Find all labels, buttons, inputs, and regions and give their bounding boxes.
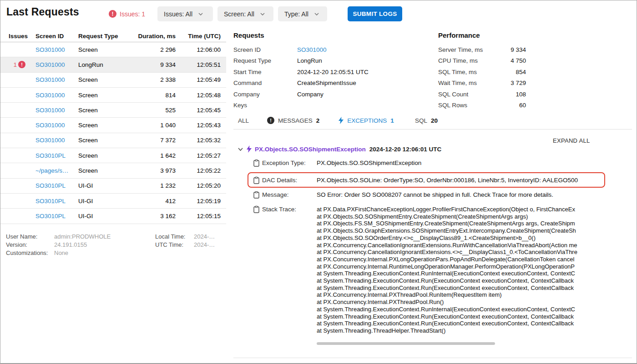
chevron-down-icon bbox=[260, 13, 265, 15]
detail-tabs: ALL ! MESSAGES 2 EXCEPTIONS 1 SQL 20 bbox=[238, 117, 438, 124]
requests-table: Issues Screen ID Request Type Duration, … bbox=[0, 30, 226, 224]
time-cell: 12:05:49 bbox=[176, 76, 221, 83]
request-type-cell: Screen bbox=[78, 107, 124, 114]
submit-logs-button[interactable]: SUBMIT LOGS bbox=[348, 6, 402, 21]
expand-all-link[interactable]: EXPAND ALL bbox=[553, 137, 590, 144]
screen-id-link[interactable]: SO301000 bbox=[35, 46, 65, 53]
stack-trace-row: Stack Trace: bbox=[253, 206, 317, 213]
tab-all[interactable]: ALL bbox=[238, 117, 249, 124]
table-row[interactable]: SO3010PL UI-GI 412 12:05:19 bbox=[0, 194, 226, 209]
screen-filter-dropdown[interactable]: Screen: All bbox=[217, 6, 273, 21]
issues-filter-dropdown[interactable]: Issues: All bbox=[157, 6, 213, 21]
tabs-divider bbox=[233, 129, 632, 130]
tab-sql[interactable]: SQL 20 bbox=[415, 117, 438, 124]
copy-icon[interactable] bbox=[253, 191, 259, 199]
version-row: Version:24.191.0155 bbox=[6, 241, 111, 249]
time-cell: 12:05:22 bbox=[176, 167, 221, 174]
screen-id-link[interactable]: SO3010PL bbox=[35, 182, 66, 189]
screen-id-link[interactable]: SO3010PL bbox=[35, 213, 66, 219]
screen-id-link[interactable]: SO301000 bbox=[35, 76, 65, 83]
duration-cell: 3 162 bbox=[124, 213, 176, 219]
tab-exceptions[interactable]: EXCEPTIONS 1 bbox=[339, 117, 394, 124]
table-row-selected[interactable]: 1 ! SO301000 LongRun 9 334 12:05:51 bbox=[0, 57, 226, 72]
table-row[interactable]: SO301000 Screen 1 040 12:05:43 bbox=[0, 118, 226, 133]
request-type-cell: UI-GI bbox=[78, 213, 124, 219]
time-cell: 12:05:51 bbox=[176, 61, 221, 68]
time-cell: 12:05:43 bbox=[176, 122, 221, 129]
tab-messages[interactable]: ! MESSAGES 2 bbox=[267, 117, 319, 124]
local-time-row: Local Time:2024-… bbox=[155, 233, 215, 241]
time-cell: 12:05:48 bbox=[176, 92, 221, 99]
messages-count: 2 bbox=[316, 117, 320, 124]
issues-badge-label: Issues: 1 bbox=[120, 10, 145, 18]
chevron-down-icon[interactable] bbox=[238, 148, 243, 151]
type-filter-label: Type: All bbox=[284, 10, 308, 18]
screen-id-link[interactable]: SO301000 bbox=[35, 61, 65, 68]
table-header-row: Issues Screen ID Request Type Duration, … bbox=[0, 30, 226, 42]
table-row[interactable]: SO301000 Screen 525 12:05:45 bbox=[0, 103, 226, 118]
col-header-screen-id: Screen ID bbox=[35, 33, 78, 40]
time-cell: 12:05:20 bbox=[176, 182, 221, 189]
screen-id-link[interactable]: SO301000 bbox=[35, 92, 65, 99]
request-type-cell: Screen bbox=[78, 167, 124, 174]
alert-icon: ! bbox=[109, 10, 116, 18]
time-cell: 12:06:00 bbox=[176, 46, 221, 53]
type-filter-dropdown[interactable]: Type: All bbox=[278, 6, 327, 21]
table-row[interactable]: ~/pages/s… Screen 3 973 12:05:22 bbox=[0, 163, 226, 178]
screen-id-link[interactable]: SO3010PL bbox=[35, 152, 66, 159]
table-row[interactable]: SO3010PL Screen 1 642 12:05:27 bbox=[0, 148, 226, 163]
time-cell: 12:05:19 bbox=[176, 198, 221, 204]
request-type-cell: Screen bbox=[78, 46, 124, 53]
col-header-request-type: Request Type bbox=[78, 33, 124, 40]
dac-details-row: DAC Details: PX.Objects.SO.SOLine: Order… bbox=[253, 177, 578, 184]
time-cell: 12:05:45 bbox=[176, 107, 221, 114]
copy-icon[interactable] bbox=[253, 206, 259, 213]
alert-icon: ! bbox=[18, 61, 25, 68]
request-type-cell: Screen bbox=[78, 76, 124, 83]
duration-cell: 7 372 bbox=[124, 137, 176, 144]
table-row[interactable]: SO301000 Screen 814 12:05:48 bbox=[0, 88, 226, 103]
table-row[interactable]: SO301000 Screen 2 296 12:06:00 bbox=[0, 42, 226, 57]
duration-cell: 1 232 bbox=[124, 182, 176, 189]
exception-name: PX.Objects.SO.SOShipmentException bbox=[255, 146, 366, 153]
duration-cell: 9 334 bbox=[124, 61, 176, 68]
screen-id-link[interactable]: SO301000 bbox=[35, 122, 65, 129]
duration-cell: 1 642 bbox=[124, 152, 176, 159]
requests-heading: Requests bbox=[233, 31, 264, 39]
screen-id-link[interactable]: SO301000 bbox=[35, 107, 65, 114]
horizontal-scrollbar[interactable] bbox=[317, 342, 495, 345]
bolt-icon bbox=[247, 145, 252, 153]
copy-icon[interactable] bbox=[253, 160, 259, 167]
exception-header[interactable]: PX.Objects.SO.SOShipmentException 2024-1… bbox=[238, 145, 441, 153]
request-type-cell: Screen bbox=[78, 122, 124, 129]
last-requests-window: Last Requests ! Issues: 1 Issues: All Sc… bbox=[0, 0, 637, 364]
message-row: Message: SO Error: Order SO SO008207 can… bbox=[253, 191, 553, 199]
exceptions-count: 1 bbox=[390, 117, 394, 124]
time-cell: 12:05:15 bbox=[176, 213, 221, 219]
table-row[interactable]: SO3010PL UI-GI 1 232 12:05:20 bbox=[0, 179, 226, 194]
screen-filter-label: Screen: All bbox=[224, 10, 254, 18]
duration-cell: 2 338 bbox=[124, 76, 176, 83]
time-cell: 12:05:32 bbox=[176, 137, 221, 144]
col-header-duration: Duration, ms bbox=[124, 33, 176, 40]
request-type-cell: UI-GI bbox=[78, 182, 124, 189]
issues-badge: ! Issues: 1 bbox=[109, 10, 145, 18]
screen-id-link[interactable]: SO301000 bbox=[35, 137, 65, 144]
table-row[interactable]: SO301000 Screen 2 338 12:05:49 bbox=[0, 73, 226, 88]
duration-cell: 2 296 bbox=[124, 46, 176, 53]
duration-cell: 525 bbox=[124, 107, 176, 114]
chevron-down-icon bbox=[314, 13, 319, 15]
request-type-cell: Screen bbox=[78, 92, 124, 99]
user-name-row: User Name:admin:PRODWHOLE bbox=[6, 233, 111, 241]
screen-id-link[interactable]: SO3010PL bbox=[35, 198, 66, 204]
exception-type-row: Exception Type: PX.Objects.SO.SOShipment… bbox=[253, 160, 421, 167]
chevron-down-icon bbox=[198, 13, 203, 15]
table-row[interactable]: SO301000 Screen 7 372 12:05:32 bbox=[0, 133, 226, 148]
page-title: Last Requests bbox=[6, 6, 79, 18]
request-type-cell: UI-GI bbox=[78, 198, 124, 204]
copy-icon[interactable] bbox=[253, 177, 259, 184]
screen-id-link[interactable]: ~/pages/s… bbox=[35, 167, 68, 174]
table-row[interactable]: SO3010PL UI-GI 3 162 12:05:15 bbox=[0, 209, 226, 224]
duration-cell: 814 bbox=[124, 92, 176, 99]
screen-id-link[interactable]: SO301000 bbox=[297, 46, 327, 53]
